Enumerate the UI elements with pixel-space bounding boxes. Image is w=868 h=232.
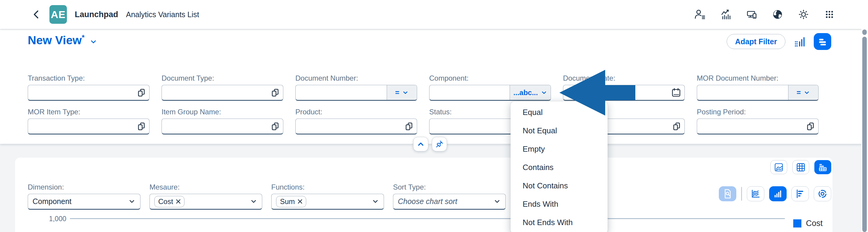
chart-bars-dots-icon[interactable] (793, 35, 807, 48)
bar-chart-type-button[interactable] (792, 186, 809, 201)
value-help-icon[interactable] (137, 122, 146, 131)
shell-header-actions (694, 8, 835, 21)
item-group-name-input[interactable] (161, 119, 283, 134)
menu-item-empty[interactable]: Empty (510, 140, 608, 158)
devices-icon[interactable] (746, 8, 758, 21)
measure-control: Mesaure: Cost (150, 183, 262, 210)
functions-control: Functions: Sum (271, 183, 384, 210)
remove-token-icon[interactable] (298, 199, 302, 204)
function-token: Sum (276, 196, 306, 207)
filter-label: Item Group Name: (161, 108, 283, 116)
filter-field-document-number: Document Number: = (296, 74, 417, 101)
mor-document-number-input[interactable]: = (697, 85, 818, 101)
value-help-icon[interactable] (672, 122, 681, 131)
legend-label: Cost (806, 219, 823, 228)
chevron-down-icon[interactable] (90, 38, 97, 46)
column-chart-type-button[interactable] (769, 186, 786, 201)
product-input[interactable] (296, 119, 417, 134)
doc-search-button[interactable] (719, 186, 736, 201)
chart-legend: Cost (793, 219, 823, 228)
value-help-icon[interactable] (404, 122, 413, 131)
value-help-icon[interactable] (271, 122, 280, 131)
filter-bar-toggles (413, 137, 447, 151)
dimension-control: Dimension: Component (28, 183, 141, 210)
functions-multiselect[interactable]: Sum (271, 194, 384, 210)
menu-item-ends-with[interactable]: Ends With (510, 195, 608, 214)
line-chart-icon (750, 188, 761, 199)
filter-header-actions: Adapt Filter (727, 33, 831, 50)
value-help-icon[interactable] (806, 122, 815, 131)
legend-swatch-cost (793, 219, 801, 228)
list-bars-icon (817, 36, 828, 47)
chart-panel: Dimension: Component Mesaure: Cost Funct… (15, 158, 832, 232)
cursor-arrow (557, 68, 637, 117)
value-help-icon[interactable] (137, 88, 146, 97)
document-type-input[interactable] (161, 85, 283, 101)
collapse-filter-button[interactable] (413, 137, 428, 151)
adapt-filter-button[interactable]: Adapt Filter (727, 34, 785, 49)
shell-subtitle: Analytics Variants List (126, 10, 199, 19)
posting-period-input[interactable] (697, 119, 818, 134)
filter-field-mor-item-type: MOR Item Type: (28, 108, 150, 134)
filter-bar-view-button[interactable] (814, 33, 831, 50)
dimension-label: Dimension: (28, 183, 141, 192)
sort-type-select[interactable]: Choose chart sort (393, 194, 506, 210)
measure-token: Cost (154, 196, 184, 207)
chevron-down-icon (128, 198, 135, 205)
measure-multiselect[interactable]: Cost (150, 194, 262, 210)
menu-item-not-contains[interactable]: Not Contains (510, 177, 608, 195)
filter-field-document-type: Document Type: (161, 74, 283, 101)
menu-item-not-ends-with[interactable]: Not Ends With (510, 214, 608, 232)
donut-chart-icon (817, 188, 828, 199)
scrollbar-thumb[interactable] (862, 37, 867, 232)
shell-header: AE Launchpad Analytics Variants List (0, 0, 868, 29)
shell-title: Launchpad (75, 10, 118, 19)
filter-bar: New View* Adapt Filter Transaction Type:… (0, 29, 868, 144)
area-chart-frame-icon (774, 162, 784, 172)
view-toggles (770, 160, 831, 174)
filter-label: MOR Document Number: (697, 74, 818, 83)
component-input[interactable]: ...abc... (429, 85, 551, 101)
y-axis-tick: 1,000 (33, 215, 66, 223)
view-selector[interactable]: New View* (28, 34, 97, 47)
document-number-input[interactable]: = (296, 85, 417, 101)
mor-item-type-input[interactable] (28, 119, 150, 134)
value-help-icon[interactable] (271, 88, 280, 97)
brightness-icon[interactable] (798, 8, 809, 21)
operator-dropdown[interactable]: = (387, 85, 417, 100)
filter-field-posting-period: Posting Period: (697, 108, 818, 134)
vertical-scrollbar[interactable] (861, 29, 868, 232)
filter-field-item-group-name: Item Group Name: (161, 108, 283, 134)
area-chart-view-button[interactable] (770, 160, 787, 174)
line-chart-type-button[interactable] (747, 186, 764, 201)
pin-filter-button[interactable] (432, 137, 447, 151)
menu-item-not-equal[interactable]: Not Equal (510, 122, 608, 140)
chevron-down-icon (250, 198, 257, 205)
chart-table-view-button[interactable] (814, 160, 831, 174)
user-profile-icon[interactable] (694, 8, 706, 21)
scrollbar-thumb-top[interactable] (862, 30, 867, 35)
filter-label: MOR Item Type: (28, 108, 150, 116)
menu-item-contains[interactable]: Contains (510, 158, 608, 177)
pin-icon (435, 140, 444, 148)
globe-icon[interactable] (772, 8, 784, 21)
filter-label: Posting Period: (697, 108, 818, 116)
chevron-up-icon (416, 140, 425, 148)
remove-token-icon[interactable] (176, 199, 181, 204)
app-launcher-grid-icon[interactable] (824, 8, 835, 21)
calendar-icon[interactable] (671, 87, 681, 98)
shell-header-left: AE Launchpad Analytics Variants List (31, 5, 199, 24)
donut-chart-type-button[interactable] (814, 186, 831, 201)
table-view-button[interactable] (792, 160, 809, 174)
filter-field-mor-document-number: MOR Document Number: = (697, 74, 818, 101)
back-icon[interactable] (31, 9, 41, 20)
operator-dropdown[interactable]: = (788, 85, 818, 100)
operator-dropdown-open[interactable]: ...abc... (510, 85, 551, 100)
chevron-down-icon (372, 198, 379, 205)
filter-field-transaction-type: Transaction Type: (28, 74, 150, 101)
analytics-trend-icon[interactable] (720, 8, 732, 21)
dimension-select[interactable]: Component (28, 194, 141, 210)
transaction-type-input[interactable] (28, 85, 150, 101)
modified-marker: * (82, 33, 84, 42)
sort-type-label: Sort Type: (393, 183, 506, 192)
